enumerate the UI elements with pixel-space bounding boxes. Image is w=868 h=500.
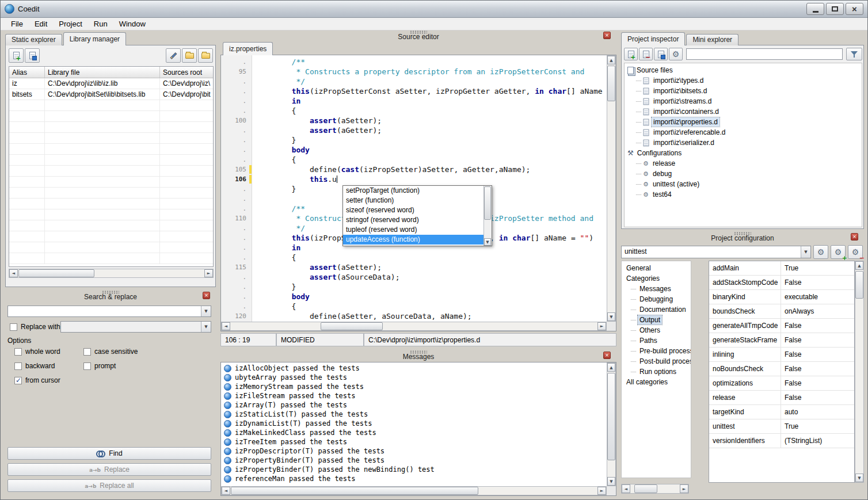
message-row[interactable]: ubyteArray passed the tests <box>222 373 606 382</box>
code-line[interactable]: . } <box>221 282 607 292</box>
code-line[interactable]: . { <box>221 301 607 311</box>
property-row[interactable]: addMainTrue <box>709 261 854 276</box>
property-row[interactable]: generateAllTmpCodeFalse <box>709 319 854 333</box>
menu-file[interactable]: File <box>5 18 29 29</box>
code-line[interactable]: 100 assert(aSetter); <box>221 116 607 125</box>
vscroll-thumb[interactable] <box>484 186 491 220</box>
message-row[interactable]: izAllocObject passed the tests <box>222 364 606 373</box>
tree-item-source-files[interactable]: Source files <box>625 65 862 75</box>
tree-item-file[interactable]: import\iz\referencable.d <box>625 127 862 138</box>
titlebar[interactable]: Coedit <box>1 1 867 18</box>
code-line[interactable]: 115 assert(aSetter); <box>221 262 607 272</box>
scroll-right-button[interactable] <box>597 487 606 495</box>
config-add-button[interactable] <box>831 245 846 259</box>
property-value[interactable]: False <box>781 333 854 347</box>
category-item-run-options[interactable]: Run options <box>622 367 691 377</box>
category-item-others[interactable]: Others <box>622 325 691 335</box>
scroll-right-button[interactable] <box>680 484 688 493</box>
open-source-button[interactable] <box>654 48 668 60</box>
category-item-paths[interactable]: Paths <box>622 335 691 346</box>
tree-item-file[interactable]: import\iz\serializer.d <box>625 138 862 148</box>
property-row[interactable]: unittestTrue <box>709 419 854 434</box>
save-library-list-button[interactable] <box>25 48 40 63</box>
find-button[interactable]: Find <box>7 447 211 460</box>
scroll-down-button[interactable] <box>484 238 491 246</box>
messages-vscrollbar[interactable] <box>607 362 616 486</box>
property-value[interactable]: False <box>781 376 854 390</box>
property-value[interactable]: onAlways <box>781 304 854 318</box>
tree-item-file[interactable]: import\iz\bitsets.d <box>625 86 862 96</box>
property-value[interactable]: False <box>781 319 854 333</box>
tab-library-manager[interactable]: Library manager <box>63 32 126 45</box>
message-row[interactable]: izPropDescriptor(T) passed the tests <box>222 446 606 456</box>
scroll-right-button[interactable] <box>597 322 606 330</box>
menu-edit[interactable]: Edit <box>29 18 53 29</box>
tree-item-config-unittest-active[interactable]: unittest (active) <box>625 179 862 189</box>
tree-item-configurations[interactable]: Configurations <box>625 148 862 158</box>
edit-library-button[interactable] <box>166 48 181 63</box>
scroll-up-button[interactable] <box>607 56 615 64</box>
search-replace-header[interactable]: Search & replace <box>5 289 216 302</box>
property-value[interactable]: False <box>781 276 854 289</box>
config-hscrollbar[interactable] <box>621 484 689 494</box>
table-row[interactable]: izC:\Dev\dproj\iz\lib\iz.libC:\Dev\dproj… <box>9 78 213 89</box>
tree-item-file[interactable]: import\iz\streams.d <box>625 96 862 106</box>
vscroll-thumb[interactable] <box>607 66 615 101</box>
message-row[interactable]: izFileStream passed the tests <box>222 391 606 400</box>
message-row[interactable]: izStaticList(T) passed the tests <box>222 410 606 419</box>
scroll-down-button[interactable] <box>607 477 615 486</box>
hscroll-thumb[interactable] <box>231 487 478 495</box>
code-line[interactable]: . } <box>221 135 607 145</box>
tree-item-file[interactable]: import\iz\properties.d <box>625 117 862 127</box>
messages-close-button[interactable] <box>603 352 611 359</box>
property-row[interactable]: boundsCheckonAlways <box>709 304 854 319</box>
scroll-left-button[interactable] <box>9 269 18 277</box>
property-grid-vscrollbar[interactable] <box>855 261 864 483</box>
code-line[interactable]: . body <box>221 145 607 155</box>
source-editor-close-button[interactable] <box>603 32 611 39</box>
code-line[interactable]: 120 define(aSetter, aSourceData, aName); <box>221 311 607 321</box>
scroll-right-button[interactable] <box>204 269 213 277</box>
category-item-all-categories[interactable]: All categories <box>622 377 691 387</box>
property-value[interactable]: auto <box>781 405 854 419</box>
completion-scrollbar[interactable] <box>484 186 492 246</box>
code-line[interactable]: 105 define(cast(izPropSetter)aSetter, aG… <box>221 165 607 174</box>
property-row[interactable]: generateStackFrameFalse <box>709 333 854 348</box>
editor-hscrollbar[interactable] <box>221 322 607 331</box>
category-item-messages[interactable]: Messages <box>622 284 691 294</box>
message-row[interactable]: izArray(T) passed the tests <box>222 400 606 410</box>
menu-project[interactable]: Project <box>53 18 87 29</box>
message-row[interactable]: izPropertyBinder(T) passed the newBindin… <box>222 465 606 474</box>
message-row[interactable]: izDynamicList(T) passed the tests <box>222 419 606 428</box>
column-header-alias[interactable]: Alias <box>9 67 45 78</box>
dock-grip-icon[interactable] <box>102 291 119 294</box>
case-sensitive-checkbox[interactable]: case sensitive <box>83 347 204 356</box>
inspector-search-input[interactable] <box>686 48 843 60</box>
dock-grip-icon[interactable] <box>410 30 427 34</box>
tree-item-config-debug[interactable]: debug <box>625 169 862 179</box>
code-line[interactable]: . assert(aSourceData); <box>221 272 607 282</box>
tree-item-config-test64[interactable]: test64 <box>625 189 862 200</box>
config-sync-button[interactable] <box>813 245 828 259</box>
category-item-categories[interactable]: Categories <box>622 273 691 284</box>
category-item-general[interactable]: General <box>622 263 691 273</box>
add-source-button[interactable] <box>624 48 638 60</box>
scroll-up-button[interactable] <box>607 363 615 372</box>
property-value[interactable]: True <box>781 419 854 433</box>
code-line[interactable]: . { <box>221 106 607 116</box>
column-header-sources-root[interactable]: Sources root <box>160 67 214 78</box>
tree-item-config-release[interactable]: release <box>625 158 862 169</box>
vscroll-thumb[interactable] <box>855 271 863 299</box>
property-row[interactable]: inliningFalse <box>709 348 854 362</box>
messages-hscrollbar[interactable] <box>221 486 607 495</box>
vscroll-thumb[interactable] <box>607 373 615 460</box>
scroll-up-button[interactable] <box>855 261 863 270</box>
column-header-library-file[interactable]: Library file <box>45 67 160 78</box>
property-row[interactable]: releaseFalse <box>709 391 854 405</box>
menu-run[interactable]: Run <box>88 18 113 29</box>
completion-item[interactable]: setPropTarget (function) <box>343 186 484 196</box>
search-term-combo[interactable] <box>7 306 211 317</box>
add-folder-button[interactable] <box>198 48 213 63</box>
replace-with-checkbox[interactable]: Replace with <box>10 322 60 331</box>
project-configuration-header[interactable]: Project configuration <box>621 231 864 243</box>
